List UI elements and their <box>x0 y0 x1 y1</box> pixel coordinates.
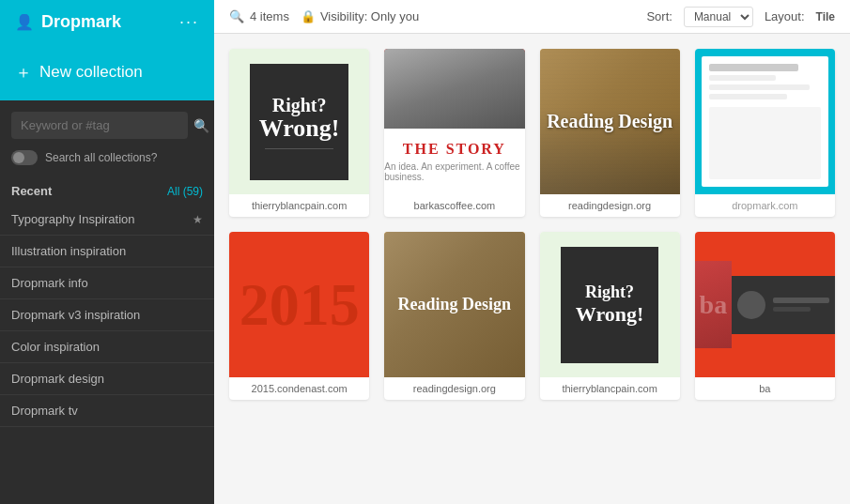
card-image: 2015 <box>229 232 369 377</box>
toolbar-left: 🔍 4 items 🔒 Visibility: Only you <box>229 9 419 23</box>
search-all-label: Search all collections? <box>45 151 157 164</box>
collection-item[interactable]: Color inspiration <box>0 331 214 363</box>
collections-list: Typography Inspiration★Illustration insp… <box>0 204 214 504</box>
card-url: readingdesign.org <box>384 377 524 400</box>
card-reading1[interactable]: Reading Design readingdesign.org <box>540 49 680 217</box>
card-url: thierryblancpain.com <box>540 377 680 400</box>
new-collection-label: New collection <box>39 63 143 82</box>
layout-value: Tile <box>816 10 835 23</box>
card-thumbnail-bottom <box>732 276 835 334</box>
card-thumbnail: ba <box>695 261 732 348</box>
collection-item[interactable]: Dropmark info <box>0 267 214 299</box>
collection-name: Dropmark design <box>11 372 104 386</box>
main-content: 🔍 4 items 🔒 Visibility: Only you Sort: M… <box>214 0 850 504</box>
card-url: ba <box>695 377 835 400</box>
sort-select[interactable]: Manual Date Name <box>684 7 753 27</box>
search-area: 🔍 <box>0 100 214 146</box>
card-thierry2[interactable]: Right? Wrong! thierryblancpain.com <box>540 232 680 400</box>
collection-item[interactable]: Dropmark tv <box>0 395 214 427</box>
card-barkas[interactable]: THE STORY An idea. An experiment. A coff… <box>384 49 524 217</box>
card-thumbnail-text: THE STORY An idea. An experiment. A coff… <box>384 129 524 194</box>
card-2015[interactable]: 2015 2015.condenast.com <box>229 232 369 400</box>
star-icon: ★ <box>193 213 203 226</box>
card-url: dropmark.com <box>695 194 835 217</box>
collection-item[interactable]: Typography Inspiration★ <box>0 204 214 236</box>
card-url: 2015.condenast.com <box>229 377 369 400</box>
search-icon[interactable]: 🔍 <box>193 118 209 133</box>
collection-name: Dropmark tv <box>11 404 78 418</box>
sort-label: Sort: <box>646 9 672 23</box>
more-icon[interactable]: ··· <box>179 12 199 32</box>
sidebar-header: 👤 Dropmark ··· <box>0 0 214 44</box>
toolbar-right: Sort: Manual Date Name Layout: Tile <box>646 7 835 27</box>
brand-icon: 👤 <box>15 13 34 31</box>
card-image: Reading Design <box>384 232 524 377</box>
collection-item[interactable]: Illustration inspiration <box>0 236 214 267</box>
new-collection-button[interactable]: ＋ New collection <box>0 44 214 100</box>
recent-label: Recent <box>11 184 52 198</box>
collection-name: Dropmark info <box>11 276 88 290</box>
collection-name: Typography Inspiration <box>11 212 135 226</box>
collection-item[interactable]: Dropmark v3 inspiration <box>0 299 214 331</box>
lock-icon: 🔒 <box>301 9 316 23</box>
card-partial1[interactable]: dropmark.com <box>695 49 835 217</box>
card-image: Reading Design <box>540 49 680 194</box>
recent-header: Recent All (59) <box>0 175 214 204</box>
card-partial2[interactable]: ba ba <box>695 232 835 400</box>
card-thumbnail-top <box>384 49 524 129</box>
card-thumbnail <box>702 56 827 188</box>
collection-name: Dropmark v3 inspiration <box>11 308 140 322</box>
card-image <box>695 49 835 194</box>
content-grid: Right? Wrong! thierryblancpain.com THE S… <box>214 34 850 504</box>
card-image: Right? Wrong! <box>229 49 369 194</box>
search-all-checkbox[interactable] <box>11 150 38 165</box>
items-count: 4 items <box>250 9 289 23</box>
visibility-text: Visibility: Only you <box>320 9 419 23</box>
card-url: readingdesign.org <box>540 194 680 217</box>
card-reading2[interactable]: Reading Design readingdesign.org <box>384 232 524 400</box>
card-url: barkascoffee.com <box>384 194 524 217</box>
layout-label: Layout: <box>765 9 805 23</box>
brand-label: Dropmark <box>41 12 121 32</box>
card-image: THE STORY An idea. An experiment. A coff… <box>384 49 524 194</box>
collection-item[interactable]: Dropmark design <box>0 363 214 395</box>
card-thumbnail: Right? Wrong! <box>250 64 348 180</box>
search-small-icon: 🔍 <box>229 9 244 23</box>
collection-name: Color inspiration <box>11 340 100 354</box>
sidebar-brand: 👤 Dropmark <box>15 12 121 32</box>
items-info: 🔍 4 items <box>229 9 289 23</box>
card-image: Right? Wrong! <box>540 232 680 377</box>
search-input[interactable] <box>11 112 188 139</box>
card-url: thierryblancpain.com <box>229 194 369 217</box>
collection-name: Illustration inspiration <box>11 244 126 258</box>
toolbar: 🔍 4 items 🔒 Visibility: Only you Sort: M… <box>214 0 850 34</box>
card-thumbnail: Right? Wrong! <box>561 247 658 363</box>
visibility-info: 🔒 Visibility: Only you <box>301 9 419 23</box>
card-image: ba <box>695 232 835 377</box>
search-all-toggle: Search all collections? <box>0 146 214 175</box>
sidebar: 👤 Dropmark ··· ＋ New collection 🔍 Search… <box>0 0 214 504</box>
card-thierry1[interactable]: Right? Wrong! thierryblancpain.com <box>229 49 369 217</box>
all-collections-link[interactable]: All (59) <box>167 185 203 198</box>
plus-icon: ＋ <box>15 61 32 84</box>
